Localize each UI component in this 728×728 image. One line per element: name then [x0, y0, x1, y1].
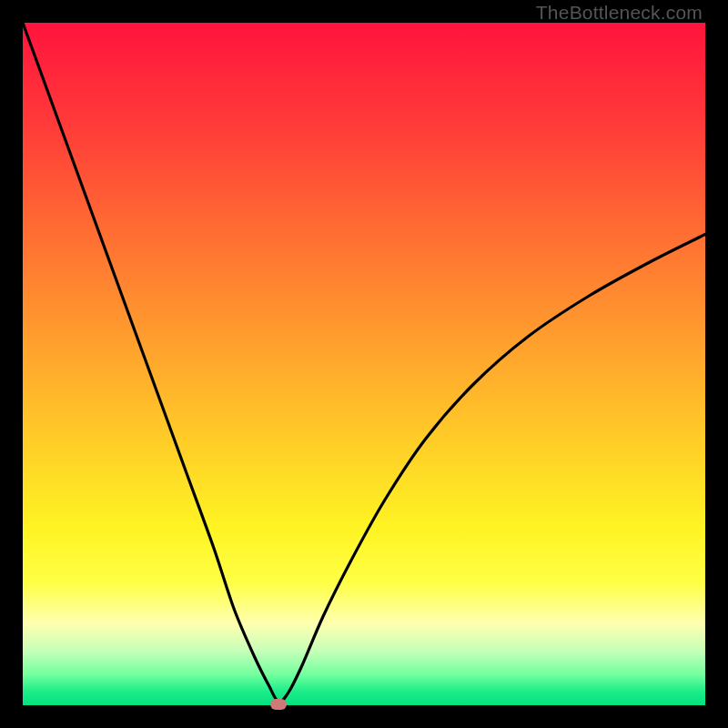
- optimal-point-marker: [270, 699, 287, 710]
- plot-area: [23, 23, 705, 705]
- bottleneck-curve: [23, 23, 705, 705]
- watermark-text: TheBottleneck.com: [536, 2, 703, 24]
